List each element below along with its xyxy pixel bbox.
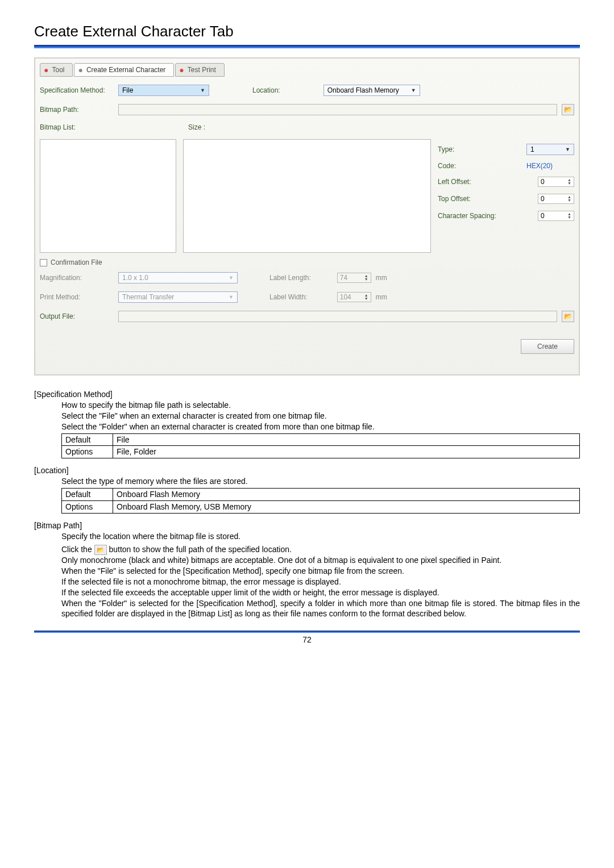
- top-offset-label: Top Offset:: [438, 195, 471, 203]
- left-offset-label: Left Offset:: [438, 178, 471, 186]
- table-cell: Options: [62, 501, 113, 514]
- table-row: Options Onboard Flash Memory, USB Memory: [62, 501, 580, 514]
- doc-text: Specify the location where the bitmap fi…: [61, 531, 580, 542]
- label-length-spinner: 74 ▲▼: [337, 273, 371, 283]
- spec-method-label: Specification Method:: [40, 86, 114, 94]
- documentation: [Specification Method] How to specify th…: [34, 389, 580, 619]
- bitmap-list-box: [40, 139, 176, 253]
- top-offset-value: 0: [541, 195, 545, 203]
- output-file-row: Output File: 📂: [40, 311, 574, 322]
- print-method-dropdown: Thermal Transfer ▼: [118, 291, 238, 303]
- char-spacing-value: 0: [541, 212, 545, 220]
- spec-method-dropdown[interactable]: File ▼: [118, 85, 209, 96]
- spinner-buttons-icon: ▲▼: [567, 178, 571, 185]
- table-cell: Onboard Flash Memory, USB Memory: [113, 501, 580, 514]
- table-row: Default File: [62, 433, 580, 446]
- doc-text: Only monochrome (black and white) bitmap…: [61, 555, 580, 566]
- tab-cec-label: Create External Character: [86, 66, 165, 74]
- code-row: Code: HEX(20): [438, 162, 574, 170]
- location-body: Select the type of memory where the file…: [61, 476, 580, 487]
- bitmap-path-body: Specify the location where the bitmap fi…: [61, 531, 580, 620]
- confirmation-file-checkbox[interactable]: [40, 259, 47, 266]
- location-table: Default Onboard Flash Memory Options Onb…: [61, 488, 580, 514]
- folder-open-icon: 📂: [564, 312, 572, 320]
- label-length-value: 74: [340, 274, 347, 282]
- tab-bullet-icon: ●: [179, 65, 184, 74]
- table-cell: Options: [62, 446, 113, 458]
- label-width-spinner: 104 ▲▼: [337, 292, 371, 302]
- table-row: Default Onboard Flash Memory: [62, 489, 580, 501]
- spec-method-row: Specification Method: File ▼ Location: O…: [40, 85, 574, 96]
- location-dropdown[interactable]: Onboard Flash Memory ▼: [323, 85, 420, 96]
- main-panels: Type: 1 ▼ Code: HEX(20) Left Offset: 0 ▲…: [40, 139, 574, 253]
- tab-tool-label: Tool: [52, 66, 64, 74]
- doc-text: How to specify the bitmap file path is s…: [61, 400, 580, 411]
- doc-text: When the "File" is selected for the [Spe…: [61, 566, 580, 577]
- bitmap-list-label: Bitmap List:: [40, 123, 114, 131]
- title-underline: [34, 45, 580, 48]
- tab-test-print[interactable]: ● Test Print: [175, 63, 224, 77]
- table-cell: File, Folder: [113, 446, 580, 458]
- magnification-dropdown: 1.0 x 1.0 ▼: [118, 272, 238, 283]
- print-method-value: Thermal Transfer: [122, 293, 174, 301]
- page-number: 72: [34, 635, 580, 644]
- table-cell: File: [113, 433, 580, 446]
- spinner-buttons-icon: ▲▼: [567, 212, 571, 219]
- label-width-value: 104: [340, 293, 351, 301]
- chevron-down-icon: ▼: [229, 275, 234, 281]
- char-spacing-spinner[interactable]: 0 ▲▼: [538, 211, 574, 221]
- size-preview-box: [183, 139, 431, 253]
- spinner-buttons-icon: ▲▼: [567, 195, 571, 202]
- left-offset-row: Left Offset: 0 ▲▼: [438, 177, 574, 187]
- browse-bitmap-path-button[interactable]: 📂: [562, 104, 574, 115]
- doc-text: Select the "File" when an external chara…: [61, 411, 580, 422]
- properties-panel: Type: 1 ▼ Code: HEX(20) Left Offset: 0 ▲…: [438, 139, 574, 253]
- bitmap-path-heading: [Bitmap Path]: [34, 520, 580, 531]
- location-heading: [Location]: [34, 465, 580, 476]
- bitmap-path-input[interactable]: [118, 104, 557, 115]
- mm-unit: mm: [376, 274, 387, 282]
- magnification-row: Magnification: 1.0 x 1.0 ▼ Label Length:…: [40, 272, 574, 283]
- folder-open-icon: 📂: [94, 545, 107, 555]
- create-button[interactable]: Create: [521, 339, 574, 354]
- doc-text: Click the 📂 button to show the full path…: [61, 544, 580, 555]
- type-dropdown[interactable]: 1 ▼: [526, 144, 574, 155]
- spinner-buttons-icon: ▲▼: [364, 294, 368, 301]
- doc-text: When the "Folder" is selected for the [S…: [61, 598, 580, 620]
- doc-text: If the selected file is not a monochrome…: [61, 577, 580, 587]
- size-preview: [183, 139, 431, 253]
- tab-bullet-icon: ●: [78, 65, 82, 74]
- type-label: Type:: [438, 145, 454, 153]
- magnification-value: 1.0 x 1.0: [122, 274, 148, 282]
- type-row: Type: 1 ▼: [438, 144, 574, 155]
- output-file-input[interactable]: [118, 311, 557, 322]
- left-offset-spinner[interactable]: 0 ▲▼: [538, 177, 574, 187]
- doc-text: Select the type of memory where the file…: [61, 476, 580, 487]
- list-header-row: Bitmap List: Size :: [40, 123, 574, 131]
- left-offset-value: 0: [541, 178, 545, 186]
- spec-method-value: File: [122, 86, 133, 94]
- browse-output-file-button[interactable]: 📂: [562, 311, 574, 322]
- spec-method-table: Default File Options File, Folder: [61, 433, 580, 459]
- code-label: Code:: [438, 162, 456, 170]
- folder-open-icon: 📂: [564, 106, 572, 114]
- char-spacing-row: Character Spacing: 0 ▲▼: [438, 211, 574, 221]
- app-window: ● Tool ● Create External Character ● Tes…: [34, 57, 580, 375]
- output-file-label: Output File:: [40, 312, 114, 320]
- footer-divider: [34, 631, 580, 633]
- tab-bullet-icon: ●: [44, 65, 48, 74]
- tab-create-external-character[interactable]: ● Create External Character: [74, 63, 174, 77]
- page-title: Create External Character Tab: [34, 23, 580, 40]
- tab-test-label: Test Print: [188, 66, 216, 74]
- chevron-down-icon: ▼: [200, 87, 205, 93]
- doc-text: Select the "Folder" when an external cha…: [61, 422, 580, 432]
- chevron-down-icon: ▼: [565, 147, 570, 152]
- bitmap-list[interactable]: [40, 139, 176, 253]
- doc-text-part: Click the: [61, 545, 94, 554]
- top-offset-spinner[interactable]: 0 ▲▼: [538, 194, 574, 204]
- code-value: HEX(20): [526, 162, 574, 170]
- tab-tool[interactable]: ● Tool: [40, 63, 73, 77]
- table-cell: Default: [62, 433, 113, 446]
- table-cell: Onboard Flash Memory: [113, 489, 580, 501]
- char-spacing-label: Character Spacing:: [438, 212, 496, 220]
